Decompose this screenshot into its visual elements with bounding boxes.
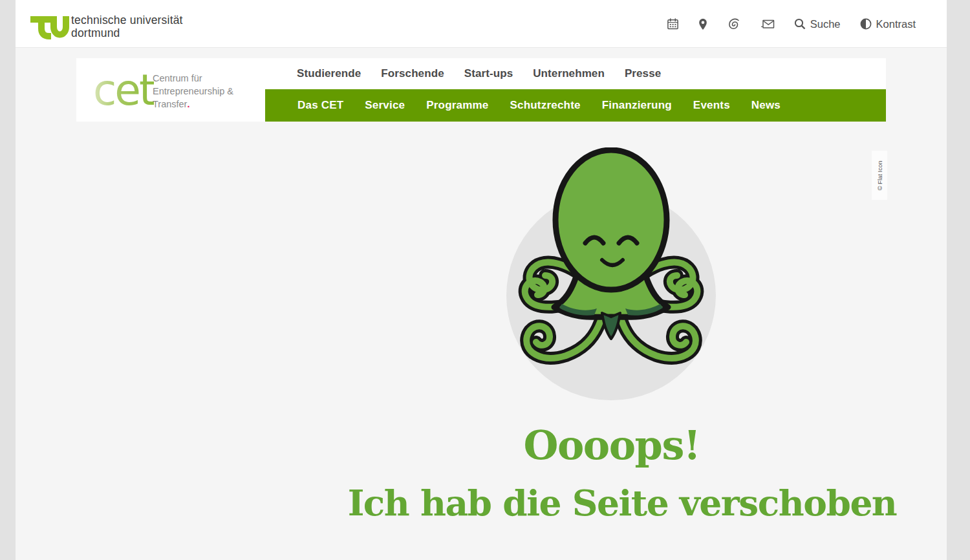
cet-caption-line2: Entrepreneurship & <box>153 85 233 98</box>
nav-item-finanzierung[interactable]: Finanzierung <box>602 99 672 112</box>
nav-item-unternehmen[interactable]: Unternehmen <box>533 67 605 80</box>
topbar-quick-links: Suche Kontrast <box>667 0 916 48</box>
nav-item-news[interactable]: News <box>751 99 781 112</box>
mail-icon[interactable] <box>760 19 775 29</box>
tu-dortmund-logo[interactable] <box>30 10 69 39</box>
university-top-bar: technische universität dortmund <box>16 0 947 48</box>
cet-caption-dot: . <box>187 99 189 109</box>
cet-caption-line1: Centrum für <box>153 72 233 85</box>
university-wordmark: technische universität dortmund <box>71 14 183 39</box>
nav-item-studierende[interactable]: Studierende <box>297 67 361 80</box>
calendar-icon[interactable] <box>667 17 679 30</box>
search-icon <box>794 18 806 30</box>
location-pin-icon[interactable] <box>698 18 707 30</box>
page-container: technische universität dortmund <box>16 0 947 560</box>
cet-caption-line3: Transfer. <box>153 98 233 111</box>
octopus-illustration <box>500 147 722 406</box>
illustration-credit-text: © Flat Icon <box>876 160 883 190</box>
university-name-line2: dortmund <box>71 27 183 39</box>
contrast-label: Kontrast <box>876 18 916 30</box>
audience-nav: Studierende Forschende Start-ups Unterne… <box>265 58 886 89</box>
nav-item-startups[interactable]: Start-ups <box>464 67 513 80</box>
nav-item-forschende[interactable]: Forschende <box>381 67 444 80</box>
nav-item-presse[interactable]: Presse <box>625 67 661 80</box>
cet-caption: Centrum für Entrepreneurship & Transfer. <box>153 72 233 111</box>
cet-logo: cet <box>93 67 154 114</box>
cet-logo-box[interactable]: cet Centrum für Entrepreneurship & Trans… <box>76 58 265 122</box>
error-message: Ich hab die Seite verschoben <box>234 482 970 524</box>
illustration-credit: © Flat Icon <box>872 151 887 200</box>
svg-text:cet: cet <box>93 67 154 114</box>
octopus-head <box>555 150 667 290</box>
nav-item-schutzrechte[interactable]: Schutzrechte <box>510 99 581 112</box>
main-nav: Das CET Service Programme Schutzrechte F… <box>265 89 886 122</box>
error-title: Oooops! <box>353 422 870 469</box>
spiral-icon[interactable] <box>727 17 741 30</box>
contrast-icon <box>860 18 872 30</box>
nav-item-programme[interactable]: Programme <box>426 99 488 112</box>
search-label: Suche <box>810 18 841 30</box>
university-name-line1: technische universität <box>71 14 183 27</box>
contrast-button[interactable]: Kontrast <box>860 18 916 30</box>
search-button[interactable]: Suche <box>794 18 841 30</box>
nav-item-events[interactable]: Events <box>693 99 730 112</box>
nav-item-service[interactable]: Service <box>365 99 405 112</box>
nav-item-das-cet[interactable]: Das CET <box>297 99 343 112</box>
